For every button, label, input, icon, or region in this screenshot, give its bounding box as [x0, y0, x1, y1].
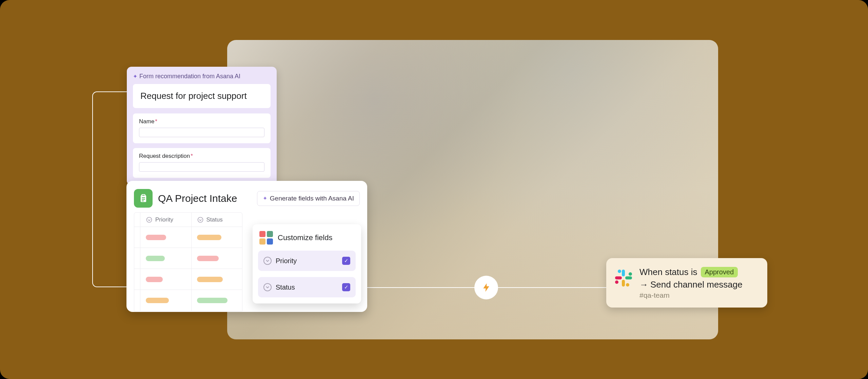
form-ai-label: ✦ Form recommendation from Asana AI [133, 73, 271, 80]
automation-text: When status is Approved →Send channel me… [639, 267, 758, 299]
svg-point-5 [147, 217, 152, 222]
svg-rect-8 [625, 276, 632, 279]
svg-rect-9 [622, 280, 625, 287]
slack-icon [614, 269, 633, 287]
status-cell[interactable] [192, 290, 242, 311]
gutter-cell [134, 290, 140, 311]
priority-pill [146, 235, 166, 240]
generate-fields-button[interactable]: ✦ Generate fields with Asana AI [257, 191, 360, 206]
chevron-down-icon [146, 216, 153, 223]
status-badge-approved: Approved [701, 267, 738, 277]
name-input[interactable] [139, 128, 264, 137]
gutter-cell [134, 269, 140, 290]
priority-pill [146, 298, 169, 303]
column-status[interactable]: Status [192, 213, 242, 227]
svg-rect-10 [615, 276, 622, 279]
form-title[interactable]: Request for project support [133, 84, 271, 108]
automation-action: →Send channel message [639, 279, 758, 290]
sparkle-icon: ✦ [133, 73, 137, 80]
table-header-row: Priority Status [134, 213, 242, 227]
automation-rule-card[interactable]: When status is Approved →Send channel me… [606, 258, 767, 308]
chevron-down-icon [263, 283, 272, 291]
status-cell[interactable] [192, 269, 242, 290]
status-cell[interactable] [192, 248, 242, 269]
customize-field-row[interactable]: Priority ✓ [258, 251, 356, 271]
priority-cell[interactable] [140, 269, 192, 290]
status-pill [197, 298, 228, 303]
form-field-description-label: Request description* [139, 153, 264, 160]
customize-field-row[interactable]: Status ✓ [258, 277, 356, 297]
gutter-cell [134, 227, 140, 248]
checkbox-checked[interactable]: ✓ [342, 283, 350, 291]
status-pill [197, 256, 219, 261]
form-recommendation-card: ✦ Form recommendation from Asana AI Requ… [127, 67, 277, 185]
field-name-label: Status [276, 283, 338, 291]
priority-pill [146, 277, 163, 282]
svg-point-11 [618, 270, 621, 273]
svg-point-13 [626, 283, 629, 287]
required-asterisk: * [155, 118, 157, 125]
column-priority[interactable]: Priority [140, 213, 192, 227]
outer-panel: ✦ Form recommendation from Asana AI Requ… [0, 0, 868, 379]
svg-rect-7 [622, 270, 625, 276]
customize-title: Customize fields [278, 233, 332, 242]
form-field-description: Request description* [133, 148, 271, 178]
required-asterisk: * [191, 153, 193, 159]
field-name-label: Priority [276, 257, 338, 265]
table-row[interactable] [134, 227, 242, 248]
chevron-down-icon [263, 257, 272, 265]
automation-bolt-icon [474, 276, 498, 299]
priority-cell[interactable] [140, 248, 192, 269]
sparkle-icon: ✦ [263, 195, 267, 202]
status-pill [197, 277, 223, 282]
priority-pill [146, 256, 165, 261]
customize-fields-panel: Customize fields Priority ✓ Status ✓ [253, 224, 361, 303]
svg-point-12 [629, 272, 632, 276]
customize-header: Customize fields [258, 231, 356, 245]
automation-condition: When status is Approved [639, 267, 758, 277]
arrow-icon: → [639, 279, 648, 290]
gutter-cell [134, 248, 140, 269]
svg-rect-1 [142, 194, 145, 196]
fields-grid-icon [259, 231, 273, 245]
checkbox-checked[interactable]: ✓ [342, 257, 350, 265]
chevron-down-icon [197, 216, 204, 223]
form-field-name: Name* [133, 113, 271, 143]
form-field-name-label: Name* [139, 118, 264, 125]
gutter-cell [134, 213, 140, 227]
svg-point-6 [198, 217, 203, 222]
status-cell[interactable] [192, 227, 242, 248]
table-row[interactable] [134, 269, 242, 290]
project-form-icon [134, 189, 153, 208]
qa-table: Priority Status [134, 212, 242, 311]
table-row[interactable] [134, 248, 242, 269]
priority-cell[interactable] [140, 227, 192, 248]
status-pill [197, 235, 221, 240]
table-row[interactable] [134, 290, 242, 311]
description-input[interactable] [139, 162, 264, 172]
svg-point-14 [615, 280, 618, 284]
qa-title: QA Project Intake [158, 193, 252, 204]
form-ai-text: Form recommendation from Asana AI [139, 73, 240, 80]
priority-cell[interactable] [140, 290, 192, 311]
automation-channel: #qa-team [639, 291, 758, 299]
qa-header: QA Project Intake ✦ Generate fields with… [134, 189, 360, 208]
